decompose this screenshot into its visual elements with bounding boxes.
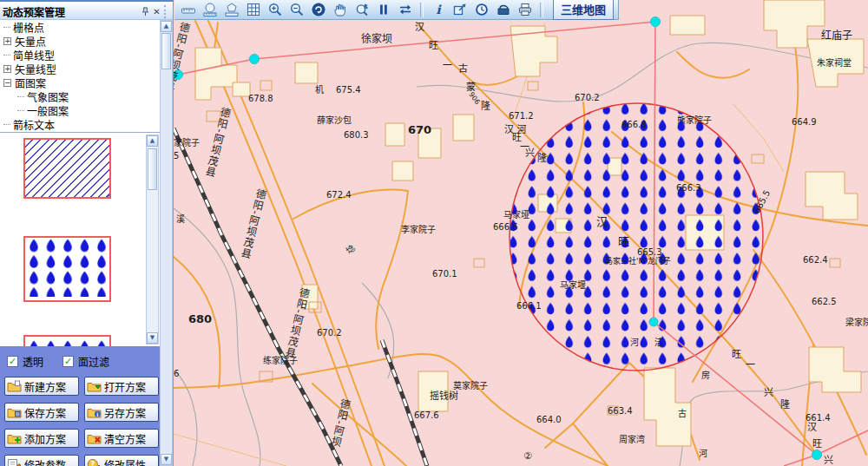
zoom-in-icon[interactable]	[266, 1, 285, 18]
pin-icon[interactable]	[140, 6, 151, 17]
tree-guide	[17, 96, 24, 97]
tree-item-label: 面图案	[15, 75, 46, 90]
clock-icon[interactable]	[472, 1, 491, 18]
expand-icon[interactable]: +	[3, 65, 11, 73]
measure-distance-icon[interactable]	[179, 1, 198, 18]
edit-handle[interactable]	[651, 17, 661, 27]
edit-props-icon: ?	[87, 458, 102, 466]
tree-guide	[3, 55, 10, 56]
folder-save-icon	[7, 406, 22, 419]
svg-text:i: i	[96, 410, 98, 417]
drag-grip[interactable]	[164, 5, 170, 18]
checkbox-transparent[interactable]: ✓透明	[7, 354, 43, 369]
tree-item-label: 栅格点	[13, 20, 44, 35]
svg-text:i: i	[436, 3, 442, 16]
edit-handle[interactable]	[649, 318, 658, 326]
scroll-thumb[interactable]	[161, 33, 171, 69]
toolbar-separator	[540, 3, 543, 17]
pause-icon[interactable]	[374, 1, 393, 18]
tree-guide	[3, 27, 10, 28]
pattern-list-scrollbar[interactable]	[146, 135, 159, 345]
export-icon[interactable]	[450, 1, 470, 18]
print-icon[interactable]	[516, 1, 535, 18]
plan-button-label: 修改属性	[104, 457, 146, 466]
panel-titlebar: 动态预案管理 ✕	[0, 3, 173, 20]
plan-button-label: 新建方案	[24, 379, 66, 394]
edit-handle[interactable]	[174, 70, 183, 80]
tree-item-label: 气象图案	[27, 89, 69, 104]
plan-button-label: 修改参数	[24, 457, 66, 466]
tree-item[interactable]: +矢量点	[0, 34, 160, 48]
folder-open-icon	[87, 380, 102, 393]
pattern-swatch-drops[interactable]	[23, 236, 111, 302]
saveas-plan-button[interactable]: i另存方案	[84, 403, 159, 422]
zoom-out-icon[interactable]	[287, 1, 306, 18]
plan-button-label: 保存方案	[24, 405, 66, 420]
map-3d-button[interactable]: 三维地图	[553, 0, 614, 20]
tree-item-label: 简单线型	[13, 48, 55, 62]
full-extent-icon[interactable]	[309, 1, 328, 18]
folder-new-icon	[7, 380, 22, 393]
tree-item-label: 矢量线型	[15, 62, 56, 76]
scroll-up-icon[interactable]	[161, 21, 172, 32]
tree-item[interactable]: −面图案	[0, 75, 160, 89]
close-icon[interactable]: ✕	[151, 6, 162, 17]
plan-controls: ✓透明✓面过滤 新建方案打开方案保存方案i另存方案添加方案清空方案修改参数?修改…	[0, 346, 160, 466]
measure-circle-icon[interactable]	[201, 1, 220, 18]
tree-item-label: 一般图案	[27, 103, 69, 118]
map-toolbar: i 三维地图	[174, 0, 619, 20]
scroll-down-icon[interactable]	[147, 332, 158, 344]
checkbox-label: 面过滤	[78, 354, 109, 369]
hazard-region[interactable]	[510, 103, 763, 371]
edit-params-icon	[7, 458, 22, 466]
plan-button-label: 打开方案	[104, 379, 146, 394]
edit-handle[interactable]	[250, 55, 260, 64]
collapse-icon[interactable]: −	[3, 79, 11, 87]
folder-saveas-icon: i	[87, 406, 102, 419]
scroll-thumb[interactable]	[148, 148, 157, 190]
folder-add-icon	[7, 432, 22, 445]
checkbox-label: 透明	[23, 354, 43, 369]
scroll-down-icon[interactable]	[161, 454, 172, 465]
tree-item-label: 箭标文本	[13, 117, 55, 132]
measure-polygon-icon[interactable]	[222, 1, 241, 18]
clear-plan-button[interactable]: 清空方案	[84, 429, 159, 448]
info-icon[interactable]: i	[429, 1, 448, 18]
pattern-list	[0, 132, 160, 347]
checkbox-face-filter[interactable]: ✓面过滤	[62, 354, 109, 369]
toolbar-separator	[420, 3, 424, 17]
checkbox-icon[interactable]: ✓	[7, 356, 18, 367]
scroll-up-icon[interactable]	[147, 135, 158, 147]
edit-handle[interactable]	[812, 450, 822, 460]
tree-item[interactable]: 箭标文本	[0, 117, 160, 131]
tree-item[interactable]: 气象图案	[0, 89, 160, 103]
box-icon[interactable]	[494, 1, 513, 18]
zoom-window-icon[interactable]	[352, 1, 372, 18]
save-plan-button[interactable]: 保存方案	[4, 403, 79, 422]
tree-item[interactable]: 简单线型	[0, 48, 160, 62]
swap-icon[interactable]	[396, 1, 415, 18]
tree-guide	[17, 110, 24, 111]
svg-text:?: ?	[90, 459, 95, 466]
new-plan-button[interactable]: 新建方案	[4, 377, 79, 396]
add-plan-button[interactable]: 添加方案	[4, 429, 79, 448]
plan-button-label: 清空方案	[104, 431, 146, 446]
pan-icon[interactable]	[331, 1, 350, 18]
sidebar-scrollbar[interactable]	[160, 20, 173, 466]
tree-item[interactable]: +矢量线型	[0, 62, 160, 75]
checkbox-icon[interactable]: ✓	[62, 356, 74, 367]
grid-icon[interactable]	[244, 1, 263, 18]
tree-item[interactable]: 栅格点	[0, 20, 160, 34]
edit-params-button[interactable]: 修改参数	[4, 455, 79, 466]
folder-clear-icon	[87, 432, 102, 445]
edit-props-button[interactable]: ?修改属性	[84, 455, 159, 466]
plan-button-label: 添加方案	[24, 431, 66, 446]
open-plan-button[interactable]: 打开方案	[84, 377, 159, 396]
tree-item-label: 矢量点	[15, 34, 46, 49]
plan-button-label: 另存方案	[104, 405, 146, 420]
expand-icon[interactable]: +	[3, 37, 11, 45]
sidebar-panel: 动态预案管理 ✕ 栅格点+矢量点简单线型+矢量线型−面图案气象图案一般图案箭标文…	[0, 0, 174, 466]
panel-title: 动态预案管理	[3, 4, 65, 19]
tree-item[interactable]: 一般图案	[0, 103, 160, 117]
pattern-swatch-hatch[interactable]	[23, 138, 111, 199]
